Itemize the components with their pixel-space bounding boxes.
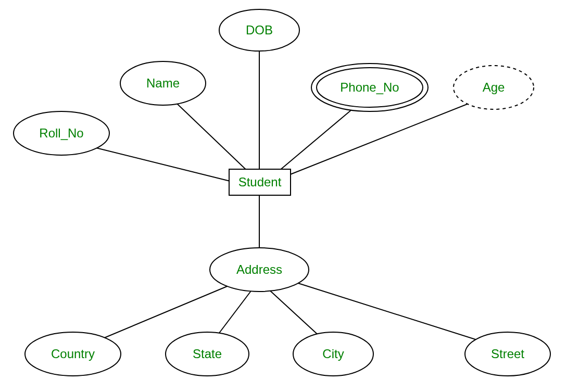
attr-label: DOB <box>246 23 273 37</box>
attr-state: State <box>166 332 249 376</box>
attr-city: City <box>293 332 373 376</box>
attr-label: State <box>193 347 222 361</box>
attr-label: Address <box>236 262 282 276</box>
attr-label: Age <box>483 80 505 94</box>
er-diagram: Student DOB Name Phone_No Age Roll_No Ad… <box>0 0 579 392</box>
attr-address: Address <box>210 248 309 292</box>
attr-label: Roll_No <box>39 126 83 140</box>
attr-label: Phone_No <box>340 80 399 94</box>
attr-age: Age <box>454 66 534 109</box>
attr-phone-no: Phone_No <box>311 64 428 111</box>
attr-country: Country <box>25 332 121 376</box>
entity-label: Student <box>238 175 282 189</box>
entity-student: Student <box>229 169 291 195</box>
edge-student-name <box>168 95 250 173</box>
attr-dob: DOB <box>219 9 299 51</box>
attr-label: Country <box>51 347 95 361</box>
attr-label: Name <box>146 76 180 90</box>
attr-name: Name <box>120 61 206 105</box>
attr-street: Street <box>465 332 550 376</box>
attr-roll-no: Roll_No <box>14 111 109 155</box>
attr-label: Street <box>491 347 524 361</box>
attr-label: City <box>322 347 344 361</box>
